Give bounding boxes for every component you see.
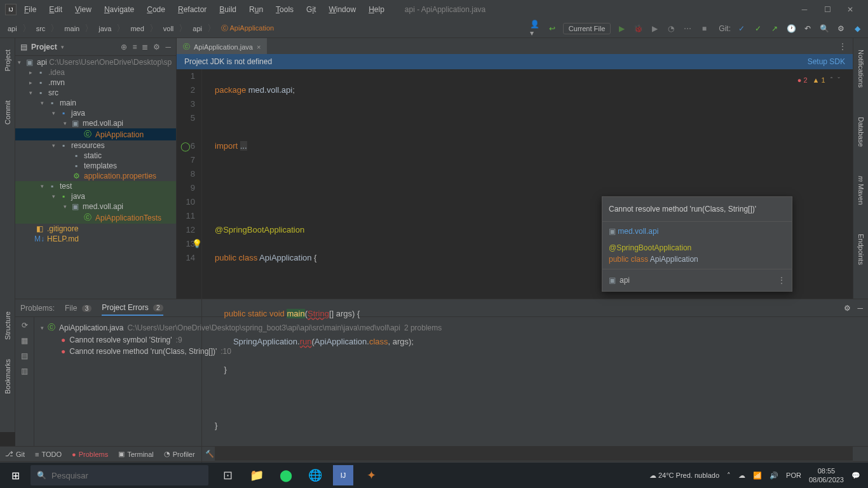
warning-indicator[interactable]: ▲ 1 [813,73,825,87]
git-update-icon[interactable]: ✓ [736,23,747,34]
collapse-all-icon[interactable]: ≣ [142,43,148,51]
tree-test[interactable]: ▾▪test [15,181,176,191]
tree-src[interactable]: ▾▪src [15,88,176,98]
menu-refactor[interactable]: Refactor [173,3,212,17]
tree-main[interactable]: ▾▪main [15,98,176,108]
attach-icon[interactable]: ⋯ [682,23,693,34]
left-tab-bookmarks[interactable]: Bookmarks [4,359,11,394]
menu-run[interactable]: Run [244,3,268,17]
tabs-menu-icon[interactable]: ⋮ [832,42,853,51]
start-button[interactable]: ⊞ [0,463,31,488]
debug-icon[interactable]: 🐞 [632,23,644,34]
user-icon[interactable]: 👤▾ [530,23,541,34]
tree-api-tests[interactable]: ⓒApiApplicationTests [15,212,176,224]
menu-view[interactable]: View [70,3,97,17]
tree-templates[interactable]: ▪templates [15,161,176,171]
search-icon[interactable]: 🔍 [818,23,830,34]
crumb-main[interactable]: main [62,24,82,33]
btab-terminal[interactable]: ▣ Terminal [118,450,154,458]
btab-git[interactable]: ⎇ Git [5,450,25,458]
grid-icon[interactable]: ▦ [21,336,28,345]
menu-git[interactable]: Git [301,3,321,17]
gear-icon[interactable]: ⚙ [153,43,160,51]
settings-icon[interactable]: ⚙ [835,23,846,34]
tray-volume-icon[interactable]: 🔊 [770,471,778,480]
app-icon[interactable]: ✦ [357,463,385,488]
right-tab-endpoints[interactable]: Endpoints [856,229,866,270]
explorer-icon[interactable]: 📁 [243,463,271,488]
right-tab-notifications[interactable]: Notifications [856,44,866,93]
left-tab-structure[interactable]: Structure [4,311,11,340]
run-icon[interactable]: ▶ [616,23,627,34]
chevron-up-icon[interactable]: ˆ [831,73,833,87]
tray-notifications-icon[interactable]: 💬 [851,471,860,480]
hide-icon[interactable]: ─ [165,43,171,51]
btab-problems[interactable]: ● Problems [72,451,108,458]
crumb-api2[interactable]: api [190,24,205,33]
left-tab-project[interactable]: Project [3,44,13,76]
task-view-icon[interactable]: ⊡ [214,463,241,488]
expand-all-icon[interactable]: ≡ [132,43,137,51]
tray-chevron-icon[interactable]: ˄ [727,471,731,480]
tree-api-application[interactable]: ⓒApiApplication [15,128,176,140]
crumb-src[interactable]: src [34,24,48,33]
tree-root[interactable]: ▾▣ api C:\Users\User\OneDrive\Desktop\sp [15,57,176,67]
menu-help[interactable]: Help [363,3,390,17]
git-commit-icon[interactable]: ✓ [752,23,764,34]
setup-sdk-link[interactable]: Setup SDK [808,57,845,66]
tree-help-md[interactable]: M↓HELP.md [15,234,176,244]
crumb-med[interactable]: med [128,24,146,33]
editor-tab-api-application[interactable]: ⓒ ApiApplication.java × [177,38,267,54]
run-config-dropdown[interactable]: Current File [563,23,611,34]
menu-build[interactable]: Build [214,3,241,17]
ptab-file[interactable]: File 3 [65,301,92,315]
search-input[interactable] [51,471,202,480]
menu-tools[interactable]: Tools [271,3,299,17]
right-tab-database[interactable]: Database [856,112,866,152]
stop-icon[interactable]: ■ [698,23,710,34]
error-indicator[interactable]: ● 2 [797,73,808,87]
tree-idea[interactable]: ▸▪.idea [15,67,176,78]
ptab-project-errors[interactable]: Project Errors 2 [102,301,163,316]
tree-mvn[interactable]: ▸▪.mvn [15,78,176,88]
intellij-icon[interactable]: IJ [333,465,353,485]
tree-static[interactable]: ▪static [15,151,176,161]
select-opened-icon[interactable]: ⊕ [121,43,127,51]
profile-icon[interactable]: ◔ [665,23,677,34]
lightbulb-icon[interactable]: 💡 [192,237,202,251]
crumb-class[interactable]: ⓒ ApiApplication [219,23,276,34]
tab-close-icon[interactable]: × [257,43,261,51]
git-push-icon[interactable]: ↗ [769,23,780,34]
git-rollback-icon[interactable]: ↶ [802,23,813,34]
popup-more-icon[interactable]: ⋮ [778,273,785,287]
left-tab-commit[interactable]: Commit [3,95,13,130]
menu-file[interactable]: File [19,3,41,17]
tray-lang[interactable]: POR [786,471,801,479]
ide-icon[interactable]: ◆ [851,23,863,34]
maximize-button[interactable]: ☐ [820,5,835,14]
run-gutter-icon[interactable]: ◯ [180,139,191,153]
tree-test-package[interactable]: ▾▣med.voll.api [15,201,176,212]
close-button[interactable]: ✕ [843,5,858,14]
tree-resources[interactable]: ▾▪resources [15,140,176,151]
taskbar-search[interactable]: 🔍 [31,465,208,485]
crumb-api[interactable]: api [5,24,20,33]
tree-test-java[interactable]: ▾▪java [15,191,176,201]
minimize-button[interactable]: ─ [797,5,812,14]
tree-app-props[interactable]: ⚙application.properties [15,171,176,181]
editor-indicators[interactable]: ● 2 ▲ 1 ˆ ˇ [795,72,843,88]
tray-wifi-icon[interactable]: 📶 [753,471,762,480]
chrome-icon[interactable]: 🌐 [301,463,329,488]
weather-widget[interactable]: ☁ 24°C Pred. nublado [649,471,719,480]
tray-clock[interactable]: 08:55 08/06/2023 [809,466,844,484]
tree-package[interactable]: ▾▣med.voll.api [15,118,176,128]
right-tab-maven[interactable]: m Maven [856,171,866,210]
menu-navigate[interactable]: Navigate [99,3,139,17]
panel-hide-icon[interactable]: ─ [857,304,863,313]
editor-body[interactable]: ● 2 ▲ 1 ˆ ˇ 123 56 789 101112 1314 packa… [177,69,853,488]
menu-window[interactable]: Window [323,3,361,17]
menu-code[interactable]: Code [142,3,170,17]
refresh-icon[interactable]: ⟳ [22,321,28,330]
tree-java[interactable]: ▾▪java [15,108,176,118]
coverage-icon[interactable]: ▶ [649,23,660,34]
